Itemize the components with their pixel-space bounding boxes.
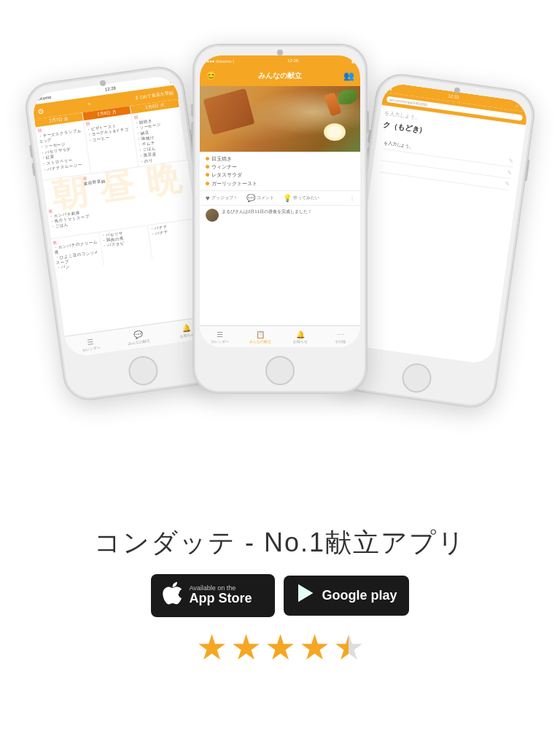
star-2: ★: [230, 630, 262, 665]
food-egg: [324, 123, 346, 141]
appstore-title: App Store: [189, 592, 252, 606]
action-try[interactable]: 💡 作ってみたい: [283, 194, 319, 202]
phone-left-screen: docomo 12:28 ▮ ⚙ ＋ まとめて食品を登録 2月7日 金: [31, 74, 212, 357]
googleplay-button[interactable]: Google play: [284, 576, 408, 616]
calendar-screen: docomo 12:28 ▮ ⚙ ＋ まとめて食品を登録 2月7日 金: [31, 74, 212, 357]
header-label: まとめて食品を登録: [134, 89, 174, 101]
nav-community-label-left: みんなの献立: [128, 338, 151, 345]
recipe-label-2: ウィンナー: [211, 163, 237, 171]
nav-more-label: その他: [335, 339, 346, 344]
nav-community-left[interactable]: 💬 みんなの献立: [114, 328, 164, 347]
recipe-list: 目玉焼き ウィンナー レタスサラダ ガーリックトースト: [200, 152, 360, 190]
gear-icon[interactable]: ⚙: [37, 107, 44, 115]
recipe-label-3: レタスサラダ: [211, 171, 242, 179]
action-bar: ♥ グッジョブ！ 💬 コメント 💡 作ってみたい ⋮: [200, 190, 360, 206]
battery-left: ▮: [169, 77, 172, 82]
action-goodjob-label: グッジョブ！: [211, 195, 238, 201]
phone-center: ●●●● docomo ⟨ 12:28 ▮▮ 😊 みんなの献立 👥: [192, 44, 368, 394]
bottom-nav-left: ☰ カレンダー 💬 みんなの献立 🔔 お知らせ: [65, 316, 212, 358]
profile-icon[interactable]: 😊: [206, 71, 217, 81]
dot-4: [206, 182, 209, 185]
community-screen: ●●●● docomo ⟨ 12:28 ▮▮ 😊 みんなの献立 👥: [200, 55, 360, 347]
cal-day-3[interactable]: 2月9日 火 朝 ・朝焼き ・ソーセージ ・納豆 ・味噌汁 ・ホムチ ・ごはん …: [131, 99, 187, 167]
action-goodjob[interactable]: ♥ グッジョブ！: [206, 194, 238, 202]
user-avatar: [206, 209, 219, 222]
dot-3: [206, 173, 209, 177]
day-content-2: 朝 ・ピザトースト ・ヨーグルト&イチゴ ・コーヒー: [84, 114, 135, 146]
lunch-section: 昼 素節野菜鍋: [83, 174, 106, 187]
nav-more-center[interactable]: ⋯ その他: [320, 330, 360, 344]
nav-notify-label: お知らせ: [293, 339, 308, 344]
url-text: ad.com/recipe/2463264: [389, 97, 428, 107]
bottom-nav-center: ☰ カレンダー 📋 みんなの献立 🔔 お知らせ ⋯: [200, 325, 360, 347]
status-bar-center: ●●●● docomo ⟨ 12:28 ▮▮: [200, 55, 360, 66]
appstore-icon: [163, 581, 183, 610]
phones-area: docomo 12:28 ▮ ⚙ ＋ まとめて食品を登録 2月7日 金: [0, 0, 560, 511]
recipe-item-3: レタスサラダ: [206, 171, 354, 179]
recipe-item-4: ガーリックトースト: [206, 179, 354, 187]
comment-area: まるびさんは2月11日の昼食を完成しました！: [200, 206, 360, 225]
food-image: [200, 86, 360, 152]
food-garnish: [338, 90, 357, 104]
battery-center: ▮▮: [351, 58, 356, 63]
phone-center-camera: [277, 50, 283, 55]
action-comment-label: コメント: [257, 195, 274, 201]
add-icon[interactable]: ＋: [86, 100, 92, 108]
edit-icon-3[interactable]: ✎: [505, 180, 510, 187]
action-try-label: 作ってみたい: [293, 195, 319, 201]
googleplay-text: Google play: [322, 589, 397, 603]
nav-community-center[interactable]: 📋 みんなの献立: [240, 330, 280, 344]
recipe-browser-screen: ◀ 12:33 ☆ ⋮ ad.com/recipe/2463264 を入力しよう…: [348, 82, 529, 365]
recipe-label-1: 目玉焼き: [211, 155, 232, 163]
recipe-item-label-1: を入力しよう。: [383, 140, 414, 151]
cal-day-2[interactable]: 2月8日 月 朝 ・ピザトースト ・ヨーグルト&イチゴ ・コーヒー: [82, 106, 139, 174]
time-right: 12:33: [448, 93, 459, 99]
googleplay-title: Google play: [322, 589, 397, 603]
phone-center-screen: ●●●● docomo ⟨ 12:28 ▮▮ 😊 みんなの献立 👥: [200, 55, 360, 347]
star-5-half: ★: [333, 630, 365, 665]
app-title: コンダッテ - No.1献立アプリ: [94, 525, 466, 561]
battery-right: ☆ ⋮: [515, 103, 525, 109]
appstore-text: Available on the App Store: [189, 585, 252, 606]
cal-day-1[interactable]: 2月7日 金 朝 ・チーズスクランブルエッグ ・ソーセージ ・パセリサラダ ・紅…: [34, 112, 91, 180]
dot-1: [206, 157, 209, 160]
recipe-item-2: ウィンナー: [206, 163, 354, 171]
more-icon[interactable]: ⋮: [350, 196, 354, 201]
appstore-button[interactable]: Available on the App Store: [151, 574, 275, 617]
svg-marker-2: [298, 584, 313, 602]
carrier-right: ◀: [388, 85, 392, 90]
day-content-1: 朝 ・チーズスクランブルエッグ ・ソーセージ ・パセリサラダ ・紅茶 ・ストロベ…: [36, 120, 90, 174]
nav-cal-label: カレンダー: [211, 339, 229, 344]
dinner-section-1: 晩 ・カンパチ刺身 ・魚介トマトスープ ・ごはん: [48, 204, 90, 230]
nav-calendar-center[interactable]: ☰ カレンダー: [200, 330, 240, 344]
star-1: ★: [196, 630, 228, 665]
time-left: 12:28: [105, 86, 117, 92]
action-comment[interactable]: 💬 コメント: [246, 194, 274, 202]
store-buttons: Available on the App Store: [151, 574, 408, 617]
community-app-header: 😊 みんなの献立 👥: [200, 66, 360, 86]
phone-right-screen: ◀ 12:33 ☆ ⋮ ad.com/recipe/2463264 を入力しよう…: [348, 82, 529, 365]
nav-notify-center[interactable]: 🔔 お知らせ: [280, 330, 320, 344]
star-4: ★: [299, 630, 330, 665]
time-center: 12:28: [287, 58, 298, 63]
comment-text: まるびさんは2月11日の昼食を完成しました！: [222, 209, 312, 214]
edit-icon-2[interactable]: ✎: [506, 169, 512, 177]
friends-icon[interactable]: 👥: [343, 71, 354, 81]
watermark-ban: 晩: [143, 160, 184, 206]
bottom-section: コンダッテ - No.1献立アプリ Available on the App S…: [0, 511, 560, 680]
carrier-left: docomo: [36, 95, 52, 101]
nav-calendar-left[interactable]: ☰ カレンダー: [66, 334, 116, 354]
nav-calendar-label-left: カレンダー: [82, 345, 101, 352]
community-title: みんなの献立: [258, 71, 302, 81]
day-content-3: 朝 ・朝焼き ・ソーセージ ・納豆 ・味噌汁 ・ホムチ ・ごはん ・黒豆茶 ・の…: [132, 107, 187, 167]
carrier-center: ●●●● docomo ⟨: [204, 58, 234, 63]
nav-comm-label: みんなの献立: [249, 339, 271, 344]
recipe-item-1: 目玉焼き: [206, 155, 354, 163]
phone-right-home[interactable]: [400, 362, 433, 395]
phone-left-home[interactable]: [127, 355, 160, 387]
phone-center-home[interactable]: [265, 356, 295, 385]
stars-row: ★ ★ ★ ★ ★: [196, 630, 365, 665]
googleplay-icon: [295, 583, 316, 608]
page-container: docomo 12:28 ▮ ⚙ ＋ まとめて食品を登録 2月7日 金: [0, 0, 560, 747]
edit-icon-1[interactable]: ✎: [508, 158, 514, 165]
